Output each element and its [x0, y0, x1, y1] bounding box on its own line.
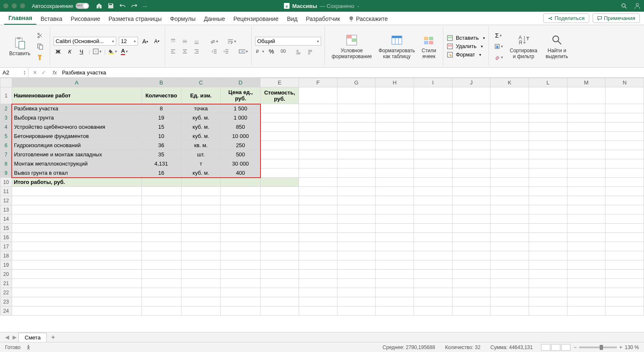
currency-button[interactable]: ₽: [255, 47, 264, 56]
cell-J6[interactable]: [452, 141, 491, 150]
cell-B15[interactable]: [141, 224, 181, 233]
cell-M20[interactable]: [567, 270, 606, 279]
account-icon[interactable]: [634, 3, 641, 9]
cell-B24[interactable]: [141, 306, 181, 316]
row-header-17[interactable]: 17: [0, 242, 12, 251]
view-buttons[interactable]: [541, 344, 570, 351]
cell-F19[interactable]: [299, 260, 337, 270]
cell-I17[interactable]: [414, 242, 452, 251]
cell-J7[interactable]: [452, 150, 491, 159]
cell-K12[interactable]: [491, 196, 529, 205]
cell-A2[interactable]: Разбивка участка: [12, 104, 141, 113]
cell-M4[interactable]: [567, 122, 606, 132]
cell-M6[interactable]: [567, 141, 606, 150]
cell-N24[interactable]: [606, 306, 644, 316]
cell-M24[interactable]: [567, 306, 606, 316]
cell-F11[interactable]: [299, 187, 337, 196]
cell-G19[interactable]: [337, 260, 376, 270]
cell-H9[interactable]: [376, 168, 414, 178]
cell-L21[interactable]: [529, 279, 567, 288]
cell-K4[interactable]: [491, 122, 529, 132]
cell-G7[interactable]: [337, 150, 376, 159]
cell-I4[interactable]: [414, 122, 452, 132]
formula-input[interactable]: Разбивка участка: [59, 69, 106, 76]
cell-D18[interactable]: [221, 251, 261, 260]
cell-C13[interactable]: [181, 205, 221, 214]
cell-J3[interactable]: [452, 113, 491, 122]
cell-N5[interactable]: [606, 132, 644, 141]
cell-L22[interactable]: [529, 288, 567, 297]
cell-A1[interactable]: Наименование работ: [12, 87, 141, 104]
cell-D1[interactable]: Цена ед., руб.: [221, 87, 261, 104]
cell-A7[interactable]: Изготовление и монтаж закладных: [12, 150, 141, 159]
cell-A10[interactable]: Итого работы, руб.: [12, 178, 141, 187]
col-header-K[interactable]: K: [491, 78, 529, 87]
cell-J20[interactable]: [452, 270, 491, 279]
cell-H2[interactable]: [376, 104, 414, 113]
cell-B21[interactable]: [141, 279, 181, 288]
cell-N15[interactable]: [606, 224, 644, 233]
cell-N11[interactable]: [606, 187, 644, 196]
cell-M23[interactable]: [567, 297, 606, 306]
share-button[interactable]: Поделиться: [543, 13, 589, 23]
row-header-6[interactable]: 6: [0, 141, 12, 150]
row-header-5[interactable]: 5: [0, 132, 12, 141]
cell-J4[interactable]: [452, 122, 491, 132]
cell-F7[interactable]: [299, 150, 337, 159]
conditional-formatting-button[interactable]: Условное форматирование: [328, 27, 375, 66]
zoom-controls[interactable]: − + 130 %: [574, 344, 639, 350]
cell-N23[interactable]: [606, 297, 644, 306]
cell-M18[interactable]: [567, 251, 606, 260]
cell-J5[interactable]: [452, 132, 491, 141]
cell-D22[interactable]: [221, 288, 261, 297]
cell-A9[interactable]: Вывоз грунта в отвал: [12, 168, 141, 178]
cell-E5[interactable]: [261, 132, 299, 141]
cell-I18[interactable]: [414, 251, 452, 260]
tab-data[interactable]: Данные: [199, 13, 229, 25]
cell-M8[interactable]: [567, 159, 606, 168]
tab-draw[interactable]: Рисование: [66, 13, 105, 25]
align-top-button[interactable]: [169, 37, 178, 46]
cell-E21[interactable]: [261, 279, 299, 288]
col-header-J[interactable]: J: [452, 78, 491, 87]
cell-F16[interactable]: [299, 233, 337, 242]
save-icon[interactable]: [107, 3, 114, 9]
cell-L20[interactable]: [529, 270, 567, 279]
document-title[interactable]: x Массивы — Сохранено ⌄: [284, 3, 360, 9]
paste-button[interactable]: Вставить: [6, 30, 34, 63]
cell-I14[interactable]: [414, 214, 452, 224]
cell-F17[interactable]: [299, 242, 337, 251]
cell-K6[interactable]: [491, 141, 529, 150]
row-header-7[interactable]: 7: [0, 150, 12, 159]
cell-D24[interactable]: [221, 306, 261, 316]
cell-B12[interactable]: [141, 196, 181, 205]
cell-C21[interactable]: [181, 279, 221, 288]
cell-I10[interactable]: [414, 178, 452, 187]
comma-button[interactable]: 000: [279, 47, 288, 56]
cell-E17[interactable]: [261, 242, 299, 251]
tab-home[interactable]: Главная: [4, 12, 36, 25]
cell-N4[interactable]: [606, 122, 644, 132]
cell-A15[interactable]: [12, 224, 141, 233]
cell-J8[interactable]: [452, 159, 491, 168]
cell-M10[interactable]: [567, 178, 606, 187]
cell-F12[interactable]: [299, 196, 337, 205]
cell-C8[interactable]: т: [181, 159, 221, 168]
cell-L5[interactable]: [529, 132, 567, 141]
align-left-button[interactable]: [169, 47, 178, 56]
insert-cells-button[interactable]: Вставить▾: [447, 35, 485, 41]
align-center-button[interactable]: [180, 47, 189, 56]
increase-decimal-button[interactable]: .0.00: [294, 47, 304, 56]
cell-G6[interactable]: [337, 141, 376, 150]
cell-B18[interactable]: [141, 251, 181, 260]
add-sheet-button[interactable]: +: [47, 334, 59, 341]
cell-J16[interactable]: [452, 233, 491, 242]
cell-A12[interactable]: [12, 196, 141, 205]
cell-L4[interactable]: [529, 122, 567, 132]
cell-J21[interactable]: [452, 279, 491, 288]
cell-C7[interactable]: шт.: [181, 150, 221, 159]
cell-A14[interactable]: [12, 214, 141, 224]
col-header-F[interactable]: F: [299, 78, 337, 87]
cell-K16[interactable]: [491, 233, 529, 242]
wrap-text-button[interactable]: [227, 37, 236, 46]
